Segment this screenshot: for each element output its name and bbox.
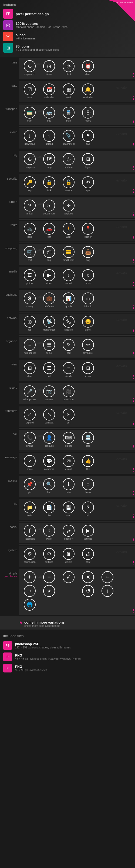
icon-upload: ↑ upload xyxy=(39,130,59,145)
alarm-icon: ⏰ xyxy=(82,60,94,72)
icons-feature-icon: ⊞ xyxy=(3,43,13,53)
come-more-star: ★ xyxy=(19,620,23,625)
icon-metro: Ⓜ metro xyxy=(78,107,98,122)
icon-unlock: 🔓 unlock xyxy=(59,176,78,192)
icon-check: ✓ xyxy=(59,571,78,584)
section-airport: airport envato ✈ arrival ✈ department ✈ … xyxy=(0,196,135,219)
label-record: record xyxy=(0,383,19,392)
feature-item-pixel-perfect: PP pixel-perfect design xyxy=(3,9,132,19)
included-item-psd: PS photoshop PSD 192 × 192 px icons, sha… xyxy=(3,641,132,650)
cart-label: cart xyxy=(28,259,32,261)
label-access: access xyxy=(0,476,19,485)
train-icon: 🚆 xyxy=(63,107,74,119)
icon-camcorder: 🎥 camcorder xyxy=(59,385,78,401)
icon-globe: 🌐 xyxy=(20,599,39,612)
section-shopping: shopping envato 🛒 cart 🏷 tag 💳 credit ca… xyxy=(0,243,135,266)
psd-icon: PS xyxy=(3,641,12,650)
card-label: card xyxy=(86,444,91,447)
icon-phone: 📞 phone xyxy=(20,432,39,447)
icons-shopping: envato 🛒 cart 🏷 tag 💳 credit card 👜 bag xyxy=(19,244,135,265)
favourite-icon: ☆ xyxy=(82,339,94,351)
icon-google-plus: g+ google+ xyxy=(59,525,78,540)
clock-label: clock xyxy=(66,73,72,75)
section-city: city envato ⊕ compass 🗺 map ◎ find me ⊞ … xyxy=(0,150,135,173)
icon-arrow-left: ← xyxy=(98,571,117,584)
download-label: download xyxy=(25,143,35,145)
more-dots-cloud xyxy=(133,143,134,146)
more-dots-transform xyxy=(133,422,134,425)
chair-label: chair xyxy=(27,375,32,377)
edit-label: edit xyxy=(67,352,71,354)
icons-simple: envato + − ✓ ✕ ← → ★ xyxy=(19,569,135,615)
task-icon: ☑ xyxy=(24,84,36,95)
email-icon: ✉ xyxy=(63,455,74,467)
icon-delete: 🗑 delete xyxy=(59,548,78,563)
car-icon: 🚗 xyxy=(43,223,55,235)
icon-home: ⌂ home xyxy=(78,478,98,494)
section-security: security envato 🔑 key 🔒 lock 🔓 unlock 👁 … xyxy=(0,173,135,196)
more-dots-date xyxy=(133,96,134,100)
more-dots-simple-1 xyxy=(133,609,134,613)
tram-icon: 🚃 xyxy=(24,107,36,119)
icons-airport: envato ✈ arrival ✈ department ✈ airplane xyxy=(19,197,135,218)
flag-label: flag xyxy=(86,143,90,145)
facebook-icon: f xyxy=(24,525,36,537)
walk-label: walk xyxy=(66,236,71,238)
icon-number-list: ≡ number list xyxy=(20,339,39,354)
sliced-icon: ✂ xyxy=(3,32,13,41)
icon-rss: ◎ rss xyxy=(20,316,39,331)
icon-arrival: ✈ arrival xyxy=(20,199,39,215)
feature-item-sliced: ✂ sliced with slice names xyxy=(3,32,132,41)
key-icon: 🔑 xyxy=(24,176,36,188)
credit-card-icon: 💳 xyxy=(63,246,74,258)
select-icon: ☰ xyxy=(43,339,55,351)
icon-credit-card: 💳 credit card xyxy=(59,246,78,261)
money-label: money xyxy=(26,305,33,308)
label-file: file xyxy=(0,499,19,508)
icons-sub: + 11 simple and 45 alternative icons xyxy=(16,48,59,51)
icon-airplane: ✈ airplane xyxy=(59,199,78,215)
save-icon: 💾 xyxy=(63,501,74,514)
details-label: details xyxy=(65,375,72,377)
icon-dialpad: ⌨ dialpad xyxy=(59,432,78,447)
icon-facebook: f facebook xyxy=(20,525,39,540)
close-icon: ✕ xyxy=(82,571,94,583)
minus-icon: − xyxy=(43,571,55,583)
share-label: share xyxy=(27,468,33,470)
icon-email: ✉ e-mail xyxy=(59,455,78,470)
icons-social: envato f facebook t twitter g+ google+ ▶… xyxy=(19,523,135,544)
label-airport: airport xyxy=(0,197,19,206)
icons-network: envato ◎ rss 📡 transmitter 🛰 satellite 😊… xyxy=(19,314,135,334)
more-dots-time xyxy=(133,73,134,77)
vectors-title: 100% vectors xyxy=(16,22,67,26)
icons-cloud: envato ↓ download ↑ upload 📎 attachment … xyxy=(19,128,135,149)
alarm-label: alarm xyxy=(85,73,91,75)
pin-icon: 📌 xyxy=(24,478,36,490)
sound-icon: ♪ xyxy=(63,269,74,281)
icons-business: envato $ money 💼 brief case 📊 graph in l… xyxy=(19,290,135,311)
label-business: business xyxy=(0,290,19,299)
map-label: map xyxy=(47,166,52,168)
icons-title: 85 icons xyxy=(16,44,59,48)
microphone-label: microphone xyxy=(23,398,36,401)
more-dots-transport xyxy=(133,120,134,123)
icon-camera: 📷 camera xyxy=(39,385,59,401)
twitter-label: twitter xyxy=(46,537,53,540)
facebook-label: facebook xyxy=(25,537,35,540)
label-security: security xyxy=(0,174,19,183)
bus-icon: 🚌 xyxy=(43,107,55,119)
number-list-icon: ≡ xyxy=(24,339,36,351)
bus-label: bus xyxy=(47,119,51,122)
icon-refresh: ↺ xyxy=(78,585,98,598)
picture-label: picture xyxy=(26,282,33,285)
folder-label: folder xyxy=(27,514,33,517)
icon-cart: 🛒 cart xyxy=(20,246,39,261)
music-label: music xyxy=(85,282,91,285)
youtube-icon: ▶ xyxy=(82,525,94,537)
key-label: key xyxy=(28,189,32,192)
section-transform: transform envato ⤢ expand ⤡ contract ✂ c… xyxy=(0,405,135,428)
png48-sub: 48 × 48 px - without circles (ready for … xyxy=(15,657,81,660)
rss-label: rss xyxy=(28,329,31,331)
icon-select: ☰ select xyxy=(39,339,59,354)
section-call: call envato 📞 phone 👤 contacts ⌨ dialpad… xyxy=(0,429,135,452)
